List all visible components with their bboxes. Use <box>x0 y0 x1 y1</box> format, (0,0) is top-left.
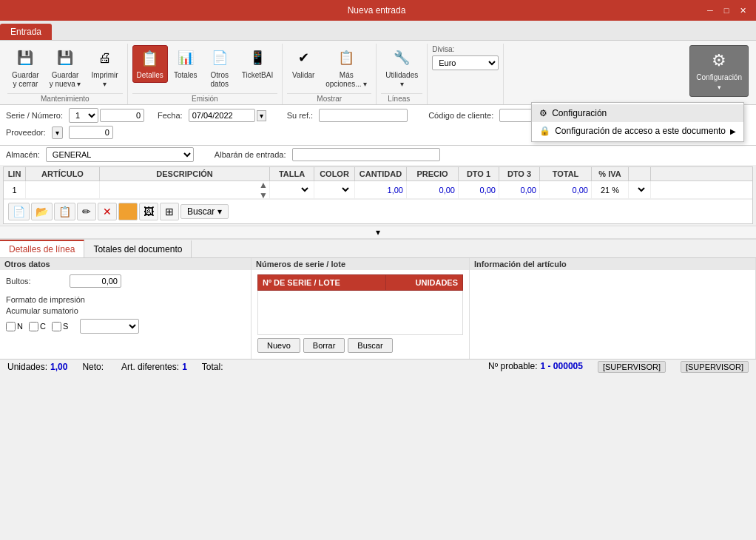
col-lin: LIN <box>4 167 26 180</box>
restore-button[interactable]: □ <box>719 3 734 18</box>
proveedor-label: Proveedor: <box>6 128 46 137</box>
n-probable-label: Nº probable: <box>488 361 537 373</box>
cell-precio: 0,00 <box>407 181 459 198</box>
lineas-group-label: Líneas <box>381 93 422 103</box>
copy-btn[interactable]: 📋 <box>54 203 75 220</box>
collapse-row[interactable]: ▾ <box>0 226 756 238</box>
mas-opciones-label: Másopciones... ▾ <box>325 71 367 89</box>
ribbon-group-mostrar: ✔ Validar 📋 Másopciones... ▾ Mostrar <box>283 44 377 104</box>
config-menu-icon: ⚙ <box>539 108 547 118</box>
save-new-icon: 💾 <box>55 48 75 69</box>
descripcion-input[interactable] <box>109 186 260 195</box>
col-cantidad: CANTIDAD <box>355 167 407 180</box>
proveedor-row: Proveedor: ▾ <box>6 126 113 139</box>
series-buttons: Nuevo Borrar Buscar <box>257 338 463 353</box>
guardar-cerrar-label: Guardary cerrar <box>12 71 39 89</box>
status-art-diferentes: Art. diferentes: 1 <box>121 362 187 372</box>
fecha-picker-btn[interactable]: ▾ <box>257 110 266 121</box>
currency-select[interactable]: Euro Dólar Libra <box>432 55 499 70</box>
almacen-select[interactable]: GENERAL <box>46 147 194 162</box>
nuevo-serie-btn[interactable]: Nuevo <box>257 338 300 353</box>
articulo-input[interactable] <box>29 186 96 195</box>
otros-datos-button[interactable]: 📄 Otrosdatos <box>203 45 236 92</box>
buscar-serie-btn[interactable]: Buscar <box>348 338 392 353</box>
col-talla: TALLA <box>270 167 314 180</box>
cell-total: 0,00 <box>540 181 592 198</box>
talla-select[interactable] <box>273 185 311 195</box>
delete-btn[interactable]: ✕ <box>98 203 117 220</box>
su-ref-input[interactable] <box>319 109 408 122</box>
detalles-button[interactable]: 📋 Detalles <box>132 45 168 83</box>
dropdown-configuracion[interactable]: ⚙ Configuración <box>532 104 743 122</box>
col-descripcion: DESCRIPCIÓN <box>100 167 270 180</box>
utilidades-button[interactable]: 🔧 Utilidades▾ <box>381 45 422 92</box>
edit-btn[interactable]: ✏ <box>77 203 96 220</box>
imprimir-button[interactable]: 🖨 Imprimir▾ <box>87 45 123 92</box>
check-s[interactable]: S <box>52 322 68 331</box>
cell-dropdown[interactable] <box>629 181 651 198</box>
guardar-nueva-button[interactable]: 💾 Guardary nueva ▾ <box>45 45 86 92</box>
table-btn[interactable]: ⊞ <box>160 203 179 220</box>
guardar-cerrar-button[interactable]: 💾 Guardary cerrar <box>7 45 44 92</box>
mas-opciones-button[interactable]: 📋 Másopciones... ▾ <box>321 45 371 92</box>
totales-button[interactable]: 📊 Totales <box>169 45 202 83</box>
almacen-row: Almacén: GENERAL Albarán de entrada: <box>0 146 756 165</box>
close-button[interactable]: ✕ <box>735 3 750 18</box>
iva-dropdown[interactable] <box>632 185 647 195</box>
n-probable-value: 1 - 000005 <box>541 361 583 373</box>
borrar-serie-btn[interactable]: Borrar <box>303 338 345 353</box>
cell-color[interactable] <box>314 181 355 198</box>
proveedor-input[interactable] <box>69 126 113 139</box>
col-total: TOTAL <box>540 167 592 180</box>
check-s-input[interactable] <box>52 322 61 331</box>
currency-area: Divisa: Euro Dólar Libra <box>428 44 504 104</box>
col-precio: PRECIO <box>407 167 459 180</box>
bultos-input[interactable] <box>70 274 121 288</box>
acumular-select[interactable] <box>80 319 139 334</box>
section-otros-datos: Otros datos Bultos: Formato de impresión… <box>0 258 252 359</box>
open-btn[interactable]: 📂 <box>31 203 53 220</box>
image-btn[interactable]: 🖼 <box>139 203 158 220</box>
config-menu-label: Configuración <box>552 108 607 118</box>
new-doc-btn[interactable]: 📄 <box>8 203 30 220</box>
cell-talla[interactable] <box>270 181 314 198</box>
albaran-label: Albarán de entrada: <box>215 150 286 159</box>
proveedor-dropdown-btn[interactable]: ▾ <box>52 126 63 139</box>
mantenimiento-group-label: Mantenimiento <box>7 93 123 103</box>
check-c-input[interactable] <box>29 322 38 331</box>
tab-totales-documento[interactable]: Totales del documento <box>84 240 192 257</box>
ticketbai-button[interactable]: 📱 TicketBAI <box>237 45 277 83</box>
albaran-input[interactable] <box>292 148 440 161</box>
collapse-icon: ▾ <box>376 227 380 237</box>
guardar-nueva-label: Guardary nueva ▾ <box>50 71 81 89</box>
ribbon-group-config: ⚙ Configuración ▾ <box>685 44 753 104</box>
buscar-btn[interactable]: Buscar ▾ <box>180 204 229 219</box>
info-title: Información del artículo <box>470 258 755 270</box>
serie-select[interactable]: 1 <box>69 108 98 123</box>
cell-lin: 1 <box>4 181 26 198</box>
configuracion-button[interactable]: ⚙ Configuración ▾ <box>689 45 749 97</box>
checkbox-row: N C S <box>6 319 245 334</box>
tab-entrada[interactable]: Entrada <box>0 24 52 40</box>
cell-articulo[interactable] <box>26 181 100 198</box>
cell-iva: 21 % <box>592 181 629 198</box>
section-info-articulo: Información del artículo <box>470 258 756 359</box>
color-select[interactable] <box>317 185 351 195</box>
bottom-content: Otros datos Bultos: Formato de impresión… <box>0 258 756 359</box>
bottom-tabs: Detalles de línea Totales del documento <box>0 240 756 258</box>
check-n-input[interactable] <box>6 322 16 331</box>
cell-scroll-arrows[interactable]: ▲▼ <box>259 180 268 200</box>
color-btn[interactable] <box>118 203 138 220</box>
print-icon: 🖨 <box>95 48 115 69</box>
fecha-input[interactable] <box>189 109 255 122</box>
minimize-button[interactable]: ─ <box>703 3 718 18</box>
tab-detalles-linea[interactable]: Detalles de línea <box>0 240 84 257</box>
dropdown-config-acceso[interactable]: 🔒 Configuración de acceso a este documen… <box>532 122 743 140</box>
check-c[interactable]: C <box>29 322 46 331</box>
col-articulo: ARTÍCULO <box>26 167 100 180</box>
check-n[interactable]: N <box>6 322 23 331</box>
col-iva: % IVA <box>592 167 629 180</box>
validar-button[interactable]: ✔ Validar <box>287 45 320 83</box>
numero-input[interactable] <box>100 109 144 122</box>
series-table: Nº DE SERIE / LOTE UNIDADES <box>257 274 463 335</box>
